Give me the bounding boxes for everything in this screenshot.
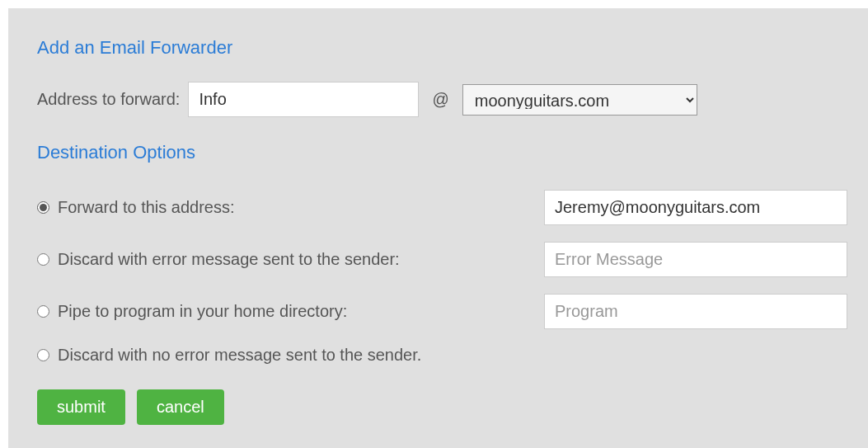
label-discard-silent[interactable]: Discard with no error message sent to th… bbox=[58, 346, 421, 365]
option-discard-silent-row: Discard with no error message sent to th… bbox=[37, 346, 847, 365]
submit-button[interactable]: submit bbox=[37, 389, 125, 425]
option-pipe-row: Pipe to program in your home directory: bbox=[37, 294, 847, 329]
option-pipe-left: Pipe to program in your home directory: bbox=[37, 302, 347, 321]
address-row: Address to forward: @ moonyguitars.com bbox=[37, 82, 847, 117]
radio-forward[interactable] bbox=[37, 201, 49, 214]
button-row: submit cancel bbox=[37, 389, 847, 425]
label-pipe[interactable]: Pipe to program in your home directory: bbox=[58, 302, 347, 321]
label-forward[interactable]: Forward to this address: bbox=[58, 198, 235, 217]
option-forward-left: Forward to this address: bbox=[37, 198, 235, 217]
label-discard-error[interactable]: Discard with error message sent to the s… bbox=[58, 250, 400, 269]
domain-select[interactable]: moonyguitars.com bbox=[462, 84, 697, 116]
address-label: Address to forward: bbox=[37, 90, 180, 109]
at-symbol: @ bbox=[432, 90, 448, 109]
error-message-input[interactable] bbox=[544, 242, 847, 277]
cancel-button[interactable]: cancel bbox=[137, 389, 224, 425]
address-input[interactable] bbox=[188, 82, 419, 117]
program-input[interactable] bbox=[544, 294, 847, 329]
destination-title: Destination Options bbox=[37, 142, 847, 163]
forward-address-input[interactable] bbox=[544, 190, 847, 225]
option-discard-silent-left: Discard with no error message sent to th… bbox=[37, 346, 421, 365]
radio-pipe[interactable] bbox=[37, 305, 49, 318]
option-forward-row: Forward to this address: bbox=[37, 190, 847, 225]
radio-discard-silent[interactable] bbox=[37, 349, 49, 361]
option-discard-error-row: Discard with error message sent to the s… bbox=[37, 242, 847, 277]
email-forwarder-panel: Add an Email Forwarder Address to forwar… bbox=[8, 8, 868, 448]
option-discard-error-left: Discard with error message sent to the s… bbox=[37, 250, 400, 269]
radio-discard-error[interactable] bbox=[37, 253, 49, 266]
section-title: Add an Email Forwarder bbox=[37, 37, 847, 59]
